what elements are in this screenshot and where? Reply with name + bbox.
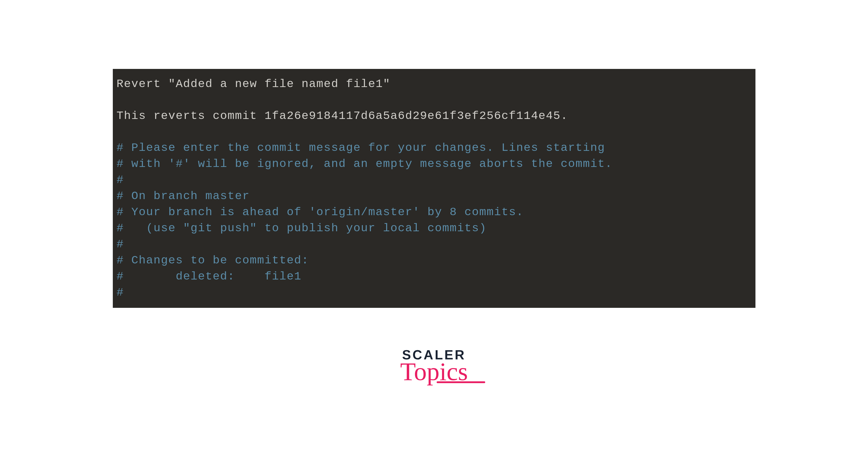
comment-line: # with '#' will be ignored, and an empty… — [117, 156, 752, 172]
comment-line: # (use "git push" to publish your local … — [117, 220, 752, 236]
comment-line: # deleted: file1 — [117, 268, 752, 285]
blank-line — [117, 124, 752, 140]
blank-line — [117, 92, 752, 108]
scaler-topics-logo: SCALER Topics — [400, 347, 468, 386]
comment-line: # — [117, 236, 752, 252]
logo-topics-text: Topics — [400, 357, 468, 386]
commit-revert-line: This reverts commit 1fa26e9184117d6a5a6d… — [117, 108, 752, 124]
comment-line: # — [117, 172, 752, 188]
comment-line: # Please enter the commit message for yo… — [117, 140, 752, 156]
comment-line: # Your branch is ahead of 'origin/master… — [117, 204, 752, 220]
comment-line: # — [117, 285, 752, 301]
terminal-editor[interactable]: Revert "Added a new file named file1" Th… — [113, 69, 755, 308]
comment-line: # On branch master — [117, 188, 752, 204]
comment-line: # Changes to be committed: — [117, 252, 752, 268]
commit-message-line: Revert "Added a new file named file1" — [117, 76, 752, 92]
